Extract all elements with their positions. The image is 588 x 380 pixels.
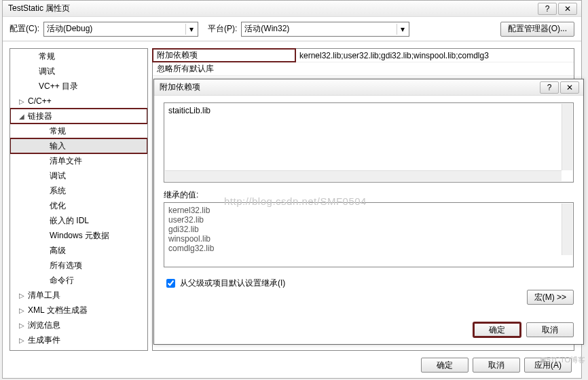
platform-combo[interactable]: 活动(Win32) ▾ xyxy=(241,22,409,37)
tree-item[interactable]: 系统 xyxy=(10,183,147,198)
tree-item-label: 所有选项 xyxy=(50,260,82,271)
tree-item-label: 链接器 xyxy=(28,111,52,122)
tree-item[interactable]: ▷浏览信息 xyxy=(10,318,147,332)
config-value: 活动(Debug) xyxy=(47,23,92,35)
expand-icon[interactable]: ▷ xyxy=(18,307,25,314)
scrollbar-horizontal[interactable] xyxy=(165,170,562,181)
expand-icon[interactable]: ◢ xyxy=(18,113,25,120)
tree-item-label: 嵌入的 IDL xyxy=(50,215,89,227)
tree-item-label: 生成事件 xyxy=(28,335,60,346)
tree-item[interactable]: VC++ 目录 xyxy=(10,79,147,94)
chevron-down-icon: ▾ xyxy=(185,24,196,35)
tree-item[interactable]: 常规 xyxy=(10,49,147,64)
scrollbar-vertical[interactable] xyxy=(562,204,572,255)
cancel-button[interactable]: 取消 xyxy=(473,358,520,373)
help-button[interactable]: ? xyxy=(538,3,557,15)
close-button[interactable]: ✕ xyxy=(560,81,579,94)
tree-item-label: Windows 元数据 xyxy=(50,230,109,242)
tree-item-label: 清单文件 xyxy=(50,155,82,167)
tree-item[interactable]: ▷清单工具 xyxy=(10,288,147,303)
prop-ignore-default-label: 忽略所有默认库 xyxy=(153,62,295,75)
scrollbar-vertical[interactable] xyxy=(562,104,572,170)
apply-button[interactable]: 应用(A) xyxy=(524,358,572,373)
tree-item[interactable]: ▷生成事件 xyxy=(10,332,147,347)
tree-item[interactable]: 高级 xyxy=(10,243,147,258)
sub-title: 附加依赖项 xyxy=(160,81,538,93)
tree-item-label: 输入 xyxy=(50,140,66,152)
tree-item[interactable]: ▷C/C++ xyxy=(10,94,147,109)
tree-item-label: 系统 xyxy=(50,185,66,197)
config-manager-button[interactable]: 配置管理器(O)... xyxy=(500,22,574,37)
prop-ignore-default-value[interactable] xyxy=(295,62,574,75)
sub-titlebar: 附加依赖项 ? ✕ xyxy=(154,79,583,96)
expand-icon[interactable]: ▷ xyxy=(18,98,25,105)
inherited-value: comdlg32.lib xyxy=(168,244,569,253)
expand-icon[interactable]: ▷ xyxy=(18,322,25,329)
tree-item[interactable]: ▷XML 文档生成器 xyxy=(10,303,147,318)
expand-icon[interactable]: ▷ xyxy=(18,292,25,299)
expand-icon[interactable]: ▷ xyxy=(18,337,25,344)
tree-item[interactable]: 调试 xyxy=(10,64,147,79)
config-toolbar: 配置(C): 活动(Debug) ▾ 平台(P): 活动(Win32) ▾ 配置… xyxy=(3,17,581,41)
inherited-value: winspool.lib xyxy=(168,234,569,244)
tree-item[interactable]: 常规 xyxy=(10,124,147,138)
tree-item-label: VC++ 目录 xyxy=(39,81,78,92)
inherited-values-box: kernel32.libuser32.libgdi32.libwinspool.… xyxy=(164,202,574,267)
macro-button[interactable]: 宏(M) >> xyxy=(527,290,574,305)
tree-item-label: 自定义生成步骤 xyxy=(28,349,85,352)
tree-item[interactable]: ◢链接器 xyxy=(10,109,147,124)
tree-item[interactable]: 调试 xyxy=(10,168,147,183)
platform-value: 活动(Win32) xyxy=(244,23,289,35)
close-button[interactable]: ✕ xyxy=(558,3,577,15)
inherited-value: kernel32.lib xyxy=(168,206,569,215)
tree-item-label: 浏览信息 xyxy=(28,320,60,331)
inherited-value: user32.lib xyxy=(168,215,569,225)
config-combo[interactable]: 活动(Debug) ▾ xyxy=(43,22,198,37)
tree-item-label: 调试 xyxy=(39,66,55,77)
tree-item[interactable]: 清单文件 xyxy=(10,153,147,168)
tree-item[interactable]: 输入 xyxy=(10,138,147,153)
main-title: TestStatic 属性页 xyxy=(8,3,536,14)
tree-item-label: 常规 xyxy=(39,51,55,62)
tree-item-label: 命令行 xyxy=(50,275,74,286)
tree-item[interactable]: Windows 元数据 xyxy=(10,228,147,243)
platform-label: 平台(P): xyxy=(208,23,237,35)
inherited-value: gdi32.lib xyxy=(168,225,569,234)
tree-item-label: C/C++ xyxy=(28,96,52,106)
prop-additional-deps-value[interactable]: kernel32.lib;user32.lib;gdi32.lib;winspo… xyxy=(295,49,574,62)
deps-edit-box[interactable]: staiticLib.lib xyxy=(164,102,574,183)
tree-item-label: XML 文档生成器 xyxy=(28,305,88,316)
sub-cancel-button[interactable]: 取消 xyxy=(526,322,574,337)
inherited-label: 继承的值: xyxy=(164,189,574,201)
tree-item-label: 调试 xyxy=(50,170,66,182)
tree-item[interactable]: 优化 xyxy=(10,198,147,213)
tree-item[interactable]: ▷自定义生成步骤 xyxy=(10,347,147,351)
tree-item-label: 常规 xyxy=(50,126,66,137)
inherit-checkbox-label: 从父级或项目默认设置继承(I) xyxy=(180,278,285,289)
tree-item[interactable]: 命令行 xyxy=(10,273,147,288)
chevron-down-icon: ▾ xyxy=(397,24,407,35)
deps-edit-value: staiticLib.lib xyxy=(168,106,210,115)
category-tree[interactable]: 常规调试VC++ 目录▷C/C++◢链接器常规输入清单文件调试系统优化嵌入的 I… xyxy=(10,48,148,351)
help-button[interactable]: ? xyxy=(540,81,559,94)
tree-item[interactable]: 嵌入的 IDL xyxy=(10,213,147,228)
tree-item-label: 清单工具 xyxy=(28,290,60,301)
tree-item-label: 优化 xyxy=(50,200,66,212)
config-label: 配置(C): xyxy=(10,23,39,35)
tree-item[interactable]: 所有选项 xyxy=(10,258,147,273)
sub-ok-button[interactable]: 确定 xyxy=(473,322,521,337)
tree-item-label: 高级 xyxy=(50,245,66,256)
ok-button[interactable]: 确定 xyxy=(421,358,468,373)
inherit-checkbox[interactable] xyxy=(166,279,175,288)
main-titlebar: TestStatic 属性页 ? ✕ xyxy=(3,1,581,17)
prop-additional-deps-label: 附加依赖项 xyxy=(153,49,295,62)
additional-deps-dialog: 附加依赖项 ? ✕ staiticLib.lib 继承的值: kernel32.… xyxy=(153,79,584,345)
